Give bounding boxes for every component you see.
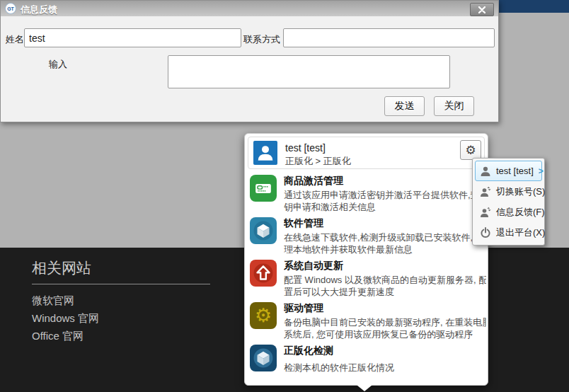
app-row-activation[interactable]: 商品激活管理 通过该应用申请激活密钥并激活平台提供软件,查看密 钥申请和激活相关… xyxy=(248,175,486,214)
footer-heading: 相关网站 xyxy=(32,258,91,278)
name-input[interactable] xyxy=(24,28,241,47)
dialog-title: 信息反馈 xyxy=(21,4,57,16)
app-row-driver[interactable]: ⚙ 驱动管理 备份电脑中目前已安装的最新驱动程序, 在重装电脑 系统后, 您可使… xyxy=(248,302,486,342)
user-avatar-icon xyxy=(253,141,277,165)
app-desc-line: 钥申请和激活相关信息 xyxy=(284,201,486,213)
background-window-titlebar xyxy=(495,0,569,13)
app-desc-line: 理本地软件并获取软件最新信息 xyxy=(284,243,486,255)
context-menu-item-exit[interactable]: 退出平台(X) xyxy=(475,222,542,243)
context-menu-label: 切换账号(S) xyxy=(496,185,545,198)
app-title: 软件管理 xyxy=(284,217,486,230)
app-title: 商品激活管理 xyxy=(284,175,486,188)
software-cube-icon xyxy=(250,217,277,244)
driver-gear-icon: ⚙ xyxy=(250,302,277,329)
footer-divider xyxy=(32,284,210,284)
send-button[interactable]: 发送 xyxy=(384,96,425,116)
context-menu-item-switch-account[interactable]: 切换账号(S) xyxy=(475,181,542,202)
app-row-system-update[interactable]: 系统自动更新 配置 Windows 以及微软商品的自动更新服务器, 配 置后可以… xyxy=(248,260,486,299)
switch-user-icon xyxy=(480,186,491,197)
context-menu-label: 信息反馈(F) xyxy=(496,206,545,219)
app-row-software[interactable]: 软件管理 在线急速下载软件,检测升级或卸载已安装软件,方便管 理本地软件并获取软… xyxy=(248,217,486,257)
app-desc-line: 系统后, 您可使用该应用恢复已备份的驱动程序 xyxy=(284,328,486,340)
user-card: test [test] 正版化 > 正版化 ⚙ xyxy=(248,137,485,169)
message-label: 输入 xyxy=(49,58,67,71)
app-title: 正版化检测 xyxy=(284,345,486,357)
app-desc-line: 通过该应用申请激活密钥并激活平台提供软件,查看密 xyxy=(284,189,486,201)
user-breadcrumb: 正版化 > 正版化 xyxy=(285,155,351,168)
app-launcher-popup: test [test] 正版化 > 正版化 ⚙ 商品激活管理 通过该应用申请激活… xyxy=(244,133,488,386)
app-desc-line: 检测本机的软件正版化情况 xyxy=(284,362,486,374)
power-icon xyxy=(480,227,491,238)
close-button[interactable]: 关闭 xyxy=(434,96,474,116)
message-textarea[interactable] xyxy=(168,55,450,88)
popup-arrow xyxy=(357,385,372,391)
user-display-name: test [test] xyxy=(285,142,326,154)
chevron-right-icon: > xyxy=(539,166,544,176)
feedback-dialog: GT 信息反馈 姓名 联系方式 输入 发送 关闭 xyxy=(0,0,499,122)
footer-link-microsoft[interactable]: 微软官网 xyxy=(32,294,74,308)
gear-icon: ⚙ xyxy=(465,143,476,157)
screen: 相关网站 微软官网 Windows 官网 Office 官网 test [tes… xyxy=(0,0,569,392)
name-label: 姓名 xyxy=(6,33,24,46)
dialog-titlebar: GT 信息反馈 xyxy=(1,1,498,16)
app-desc-line: 置后可以大大提升更新速度 xyxy=(284,286,486,298)
app-desc-line: 配置 Windows 以及微软商品的自动更新服务器, 配 xyxy=(284,274,486,286)
genuine-cube-icon xyxy=(250,345,277,371)
settings-gear-button[interactable]: ⚙ xyxy=(460,140,481,160)
app-title: 系统自动更新 xyxy=(284,260,486,272)
footer-link-office[interactable]: Office 官网 xyxy=(32,330,84,343)
user-icon xyxy=(480,166,491,177)
user-context-menu: test [test] > 切换账号(S) 信息反馈(F) 退出平台(X) xyxy=(472,158,545,246)
app-row-genuine-check[interactable]: 正版化检测 检测本机的软件正版化情况 xyxy=(248,345,486,384)
app-desc-line: 在线急速下载软件,检测升级或卸载已安装软件,方便管 xyxy=(284,231,486,243)
app-desc-line: 备份电脑中目前已安装的最新驱动程序, 在重装电脑 xyxy=(284,316,486,328)
context-menu-item-feedback[interactable]: 信息反馈(F) xyxy=(475,202,542,222)
contact-input[interactable] xyxy=(283,28,495,47)
titlebar-close-button[interactable] xyxy=(470,3,494,16)
feedback-user-icon xyxy=(480,207,491,218)
app-title: 驱动管理 xyxy=(284,302,486,315)
contact-label: 联系方式 xyxy=(243,33,280,46)
footer-link-windows[interactable]: Windows 官网 xyxy=(32,312,99,325)
context-menu-item-current-user[interactable]: test [test] > xyxy=(475,161,542,181)
context-menu-label: 退出平台(X) xyxy=(496,226,545,239)
update-arrow-icon xyxy=(250,260,277,287)
close-icon xyxy=(478,6,485,13)
platform-logo-icon: GT xyxy=(5,3,16,14)
activation-key-icon xyxy=(250,175,277,202)
context-menu-label: test [test] xyxy=(496,166,534,176)
